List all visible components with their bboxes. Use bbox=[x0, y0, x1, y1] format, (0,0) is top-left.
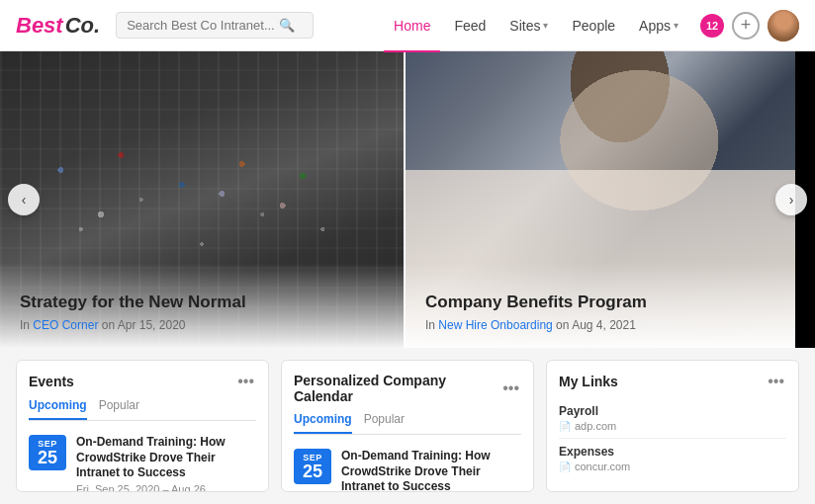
my-links-widget-header: My Links ••• bbox=[559, 373, 786, 390]
link-label-payroll: Payroll bbox=[559, 404, 616, 418]
hero-carousel: Strategy for the New Normal In CEO Corne… bbox=[0, 51, 815, 348]
calendar-event-title: On-Demand Training: How CrowdStrike Drov… bbox=[341, 449, 521, 492]
carousel-title-2: Company Benefits Program bbox=[425, 293, 775, 312]
carousel-category-link-2[interactable]: New Hire Onboarding bbox=[438, 318, 552, 332]
event-title: On-Demand Training: How CrowdStrike Drov… bbox=[76, 435, 256, 481]
carousel-meta-1: In CEO Corner on Apr 15, 2020 bbox=[20, 318, 384, 332]
carousel-items: Strategy for the New Normal In CEO Corne… bbox=[0, 51, 815, 348]
search-bar[interactable]: 🔍 bbox=[116, 12, 314, 39]
event-date-badge: SEP 25 bbox=[29, 435, 66, 470]
link-item-expenses[interactable]: Expenses 📄 concur.com bbox=[559, 439, 786, 478]
calendar-tabs: Upcoming Popular bbox=[294, 412, 521, 435]
search-input[interactable] bbox=[127, 18, 275, 33]
nav-item-people[interactable]: People bbox=[562, 12, 625, 40]
calendar-menu-button[interactable]: ••• bbox=[500, 379, 521, 397]
notification-badge[interactable]: 12 bbox=[700, 14, 724, 38]
nav-item-home[interactable]: Home bbox=[384, 12, 440, 40]
event-details: On-Demand Training: How CrowdStrike Drov… bbox=[76, 435, 256, 492]
event-list-item: SEP 25 On-Demand Training: How CrowdStri… bbox=[29, 431, 256, 492]
my-links-widget-title: My Links bbox=[559, 374, 618, 389]
events-tab-upcoming[interactable]: Upcoming bbox=[29, 398, 87, 420]
events-menu-button[interactable]: ••• bbox=[235, 373, 256, 390]
my-links-menu-button[interactable]: ••• bbox=[766, 373, 786, 390]
calendar-widget-header: Personalized Company Calendar ••• bbox=[294, 373, 521, 404]
carousel-item-1: Strategy for the New Normal In CEO Corne… bbox=[0, 51, 404, 348]
calendar-event-details: On-Demand Training: How CrowdStrike Drov… bbox=[341, 449, 521, 492]
logo-best-text: Best bbox=[16, 13, 63, 39]
my-links-widget: My Links ••• Payroll 📄 adp.com Expenses … bbox=[546, 360, 799, 492]
calendar-list-item: SEP 25 On-Demand Training: How CrowdStri… bbox=[294, 445, 521, 492]
carousel-title-1: Strategy for the New Normal bbox=[20, 293, 384, 312]
carousel-meta-2: In New Hire Onboarding on Aug 4, 2021 bbox=[425, 318, 775, 332]
add-button[interactable]: + bbox=[732, 12, 760, 40]
main-nav: Home Feed Sites ▾ People Apps ▾ bbox=[384, 12, 688, 40]
logo[interactable]: Best Co. bbox=[16, 13, 100, 39]
events-tabs: Upcoming Popular bbox=[29, 398, 256, 421]
carousel-prev-button[interactable]: ‹ bbox=[8, 184, 40, 215]
calendar-day: 25 bbox=[296, 462, 329, 480]
events-widget: Events ••• Upcoming Popular SEP 25 On-De… bbox=[16, 360, 269, 492]
avatar-image bbox=[768, 10, 799, 42]
carousel-caption-2: Company Benefits Program In New Hire Onb… bbox=[406, 263, 795, 348]
events-widget-header: Events ••• bbox=[29, 373, 256, 390]
logo-co-text: Co. bbox=[65, 13, 100, 39]
nav-item-sites[interactable]: Sites ▾ bbox=[499, 12, 558, 40]
search-icon: 🔍 bbox=[279, 18, 295, 33]
calendar-widget-title: Personalized Company Calendar bbox=[294, 373, 500, 404]
events-tab-popular[interactable]: Popular bbox=[99, 398, 139, 420]
sites-chevron-icon: ▾ bbox=[543, 20, 548, 31]
apps-chevron-icon: ▾ bbox=[674, 20, 679, 31]
link-icon-expenses: 📄 bbox=[559, 462, 571, 472]
content-area: Events ••• Upcoming Popular SEP 25 On-De… bbox=[0, 348, 815, 504]
calendar-tab-popular[interactable]: Popular bbox=[364, 412, 405, 434]
nav-item-feed[interactable]: Feed bbox=[444, 12, 496, 40]
nav-item-apps[interactable]: Apps ▾ bbox=[629, 12, 688, 40]
link-url-expenses: concur.com bbox=[575, 461, 630, 472]
calendar-widget: Personalized Company Calendar ••• Upcomi… bbox=[281, 360, 534, 492]
link-url-payroll: adp.com bbox=[575, 420, 616, 432]
link-item-payroll[interactable]: Payroll 📄 adp.com bbox=[559, 398, 786, 439]
link-icon-payroll: 📄 bbox=[559, 421, 571, 432]
calendar-tab-upcoming[interactable]: Upcoming bbox=[294, 412, 352, 434]
event-day: 25 bbox=[31, 449, 64, 466]
events-widget-title: Events bbox=[29, 374, 74, 389]
calendar-date-badge: SEP 25 bbox=[294, 449, 331, 484]
header: Best Co. 🔍 Home Feed Sites ▾ People Apps… bbox=[0, 0, 815, 51]
carousel-next-button[interactable]: › bbox=[775, 184, 807, 215]
link-label-expenses: Expenses bbox=[559, 445, 630, 459]
header-actions: 12 + bbox=[700, 10, 799, 42]
carousel-caption-1: Strategy for the New Normal In CEO Corne… bbox=[0, 263, 404, 348]
event-time: Fri, Sep 25, 2020 – Aug 26 bbox=[76, 483, 256, 492]
link-section-payroll: Payroll 📄 adp.com bbox=[559, 404, 616, 432]
carousel-category-link-1[interactable]: CEO Corner bbox=[33, 318, 98, 332]
link-section-expenses: Expenses 📄 concur.com bbox=[559, 445, 630, 472]
carousel-item-2: Company Benefits Program In New Hire Onb… bbox=[404, 51, 795, 348]
avatar[interactable] bbox=[768, 10, 799, 42]
